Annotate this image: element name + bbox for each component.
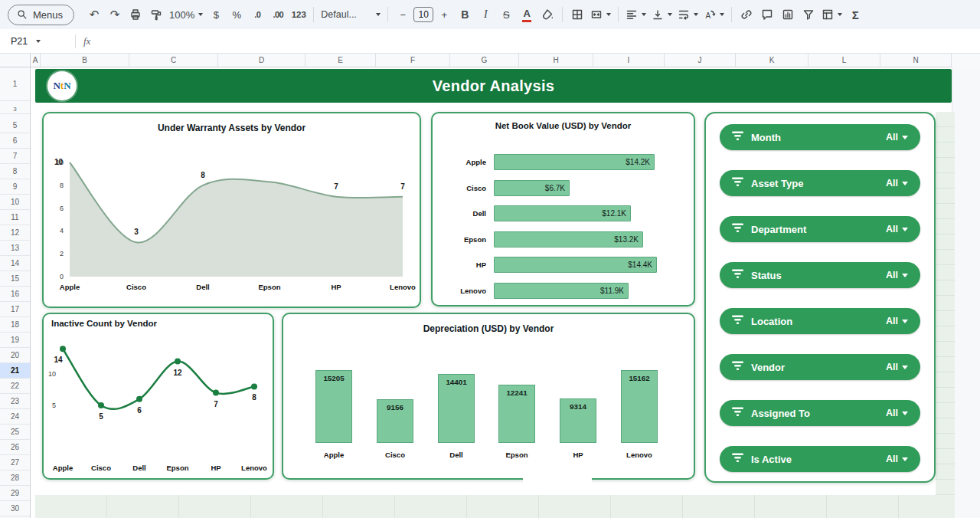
borders-button[interactable]: [567, 5, 587, 25]
italic-button[interactable]: I: [475, 5, 495, 25]
text-rotation-icon: A: [704, 8, 716, 21]
slicer-value-dropdown[interactable]: All: [886, 408, 908, 418]
row-header-29[interactable]: 29: [0, 486, 30, 501]
column-header-B[interactable]: B: [41, 54, 129, 67]
row-header-30[interactable]: 30: [0, 501, 30, 516]
row-header-17[interactable]: 17: [0, 302, 30, 317]
row-header-1[interactable]: 1: [0, 67, 30, 101]
row-header-20[interactable]: 20: [0, 348, 30, 363]
select-all-corner[interactable]: [0, 54, 31, 67]
column-header-G[interactable]: G: [450, 54, 519, 67]
paint-format-button[interactable]: [146, 5, 166, 25]
bold-button[interactable]: B: [455, 5, 475, 25]
row-header-22[interactable]: 22: [0, 379, 30, 394]
column-header-I[interactable]: I: [593, 54, 665, 67]
column-header-K[interactable]: K: [736, 54, 808, 67]
row-header-7[interactable]: 7: [0, 149, 30, 164]
slicer-is-active[interactable]: Is ActiveAll: [720, 446, 920, 472]
merge-cells-button[interactable]: [588, 5, 613, 25]
row-header-10[interactable]: 10: [0, 195, 30, 210]
slicer-location[interactable]: LocationAll: [720, 308, 920, 334]
slicer-value-dropdown[interactable]: All: [886, 316, 908, 326]
row-header-5[interactable]: 5: [0, 118, 30, 133]
column-header-J[interactable]: J: [665, 54, 736, 67]
row-header-16[interactable]: 16: [0, 287, 30, 302]
increase-decimal-button[interactable]: .00: [268, 5, 288, 25]
slicer-value-dropdown[interactable]: All: [886, 132, 908, 143]
row-header-25[interactable]: 25: [0, 425, 30, 440]
vertical-align-button[interactable]: [649, 5, 675, 25]
redo-button[interactable]: ↷: [105, 5, 125, 25]
slicer-asset-type[interactable]: Asset TypeAll: [720, 170, 920, 196]
row-header-15[interactable]: 15: [0, 271, 30, 287]
column-header-L[interactable]: L: [808, 54, 880, 67]
functions-button[interactable]: Σ: [845, 5, 865, 25]
column-header-D[interactable]: D: [218, 54, 305, 67]
merge-cells-icon: [590, 8, 603, 21]
row-header-11[interactable]: 11: [0, 210, 30, 225]
text-rotation-button[interactable]: A: [701, 5, 727, 25]
chart-card-under-warranty[interactable]: Under Warranty Assets by Vendor 02468101…: [42, 112, 421, 308]
chart-card-depreciation[interactable]: Depreciation (USD) by Vendor 15205Apple9…: [282, 313, 695, 480]
row-header-13[interactable]: 13: [0, 241, 30, 256]
slicer-value-dropdown[interactable]: All: [886, 362, 908, 372]
decrease-decimal-button[interactable]: .0: [247, 5, 267, 25]
filter-icon: [802, 8, 815, 21]
slicer-value-dropdown[interactable]: All: [886, 224, 908, 234]
format-percent-button[interactable]: %: [227, 5, 247, 25]
insert-link-button[interactable]: [737, 5, 756, 25]
more-formats-button[interactable]: 123: [289, 5, 309, 25]
zoom-control[interactable]: 100%: [167, 5, 205, 25]
slicer-status[interactable]: StatusAll: [720, 262, 920, 288]
horizontal-align-button[interactable]: [623, 5, 648, 25]
text-wrap-button[interactable]: [675, 5, 701, 25]
slicer-vendor[interactable]: VendorAll: [720, 354, 920, 380]
row-header-14[interactable]: 14: [0, 256, 30, 271]
font-family-select[interactable]: Defaul...: [318, 5, 383, 25]
name-box[interactable]: P21: [0, 36, 67, 47]
slicer-department[interactable]: DepartmentAll: [720, 216, 920, 242]
svg-text:6: 6: [60, 205, 64, 212]
chart-card-inactive-count[interactable]: Inactive Count by Vendor 51014561278Appl…: [42, 313, 274, 480]
insert-comment-button[interactable]: [757, 5, 777, 25]
sheet-canvas[interactable]: NtN Vendor Analysis Under Warranty Asset…: [31, 67, 980, 518]
slicer-month[interactable]: MonthAll: [720, 124, 920, 150]
decrease-font-size-button[interactable]: −: [393, 5, 413, 25]
row-header-27[interactable]: 27: [0, 455, 30, 470]
column-header-F[interactable]: F: [376, 54, 450, 67]
column-header-H[interactable]: H: [519, 54, 593, 67]
column-header-N[interactable]: N: [880, 54, 952, 67]
menus-button[interactable]: Menus: [8, 5, 74, 25]
print-button[interactable]: [126, 5, 145, 25]
insert-chart-button[interactable]: [778, 5, 798, 25]
text-color-button[interactable]: A: [517, 5, 537, 25]
slicer-value-dropdown[interactable]: All: [886, 270, 908, 280]
row-header-8[interactable]: 8: [0, 164, 30, 179]
row-header-21[interactable]: 21: [0, 363, 30, 379]
font-size-input[interactable]: 10: [413, 7, 433, 22]
fill-color-button[interactable]: [537, 5, 557, 25]
strikethrough-button[interactable]: S: [496, 5, 516, 25]
row-header-19[interactable]: 19: [0, 333, 30, 348]
table-views-button[interactable]: [819, 5, 844, 25]
format-currency-button[interactable]: $: [206, 5, 226, 25]
row-header-26[interactable]: 26: [0, 440, 30, 455]
create-filter-button[interactable]: [799, 5, 818, 25]
row-header-12[interactable]: 12: [0, 225, 30, 241]
row-header-24[interactable]: 24: [0, 409, 30, 425]
slicer-assigned-to[interactable]: Assigned ToAll: [720, 400, 920, 426]
chart-card-net-book-value[interactable]: Net Book Value (USD) by Vendor Apple$14.…: [431, 112, 695, 307]
row-header-18[interactable]: 18: [0, 317, 30, 333]
row-header-9[interactable]: 9: [0, 179, 30, 195]
undo-button[interactable]: ↶: [84, 5, 104, 25]
row-header-6[interactable]: 6: [0, 133, 30, 149]
row-header-28[interactable]: 28: [0, 470, 30, 486]
slicer-value-dropdown[interactable]: All: [886, 178, 908, 189]
column-header-E[interactable]: E: [305, 54, 376, 67]
row-header-3[interactable]: 3: [0, 105, 30, 114]
row-header-23[interactable]: 23: [0, 394, 30, 409]
column-header-A[interactable]: A: [31, 54, 41, 67]
column-header-C[interactable]: C: [129, 54, 218, 67]
slicer-value-dropdown[interactable]: All: [886, 454, 908, 464]
increase-font-size-button[interactable]: +: [434, 5, 454, 25]
